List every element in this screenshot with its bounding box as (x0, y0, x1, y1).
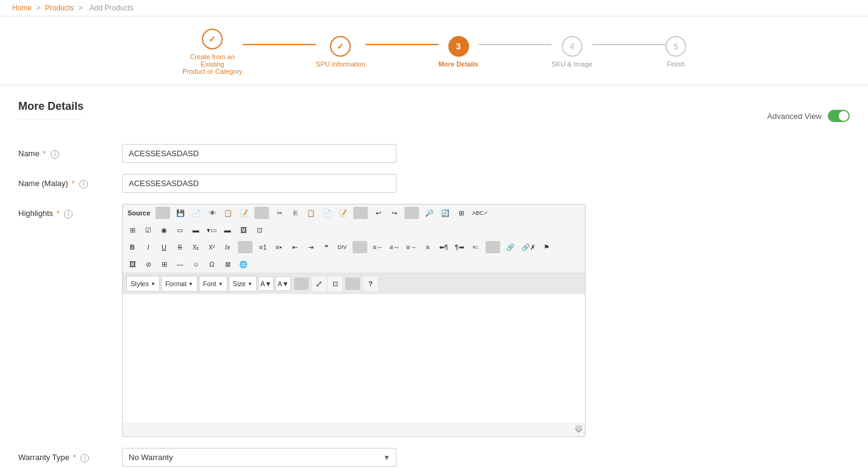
rte-flash-btn[interactable]: ⊘ (141, 257, 156, 272)
rte-undo-btn[interactable]: ↩ (371, 206, 386, 220)
rte-textfield-btn[interactable]: ▭ (173, 223, 187, 237)
rte-size-label: Size (233, 280, 246, 287)
rte-radio-btn[interactable]: ◉ (157, 223, 171, 237)
rte-copy-btn[interactable]: ⎘ (288, 206, 303, 220)
rte-align-right-btn[interactable]: ≡→ (404, 240, 419, 254)
rte-pagebreak-btn[interactable]: ⊠ (220, 257, 235, 272)
rte-superscript-btn[interactable]: X² (204, 240, 219, 254)
rte-size-select[interactable]: Size ▼ (229, 276, 257, 292)
rte-unorderedlist-btn[interactable]: ≡• (271, 240, 286, 254)
rte-paste-btn[interactable]: 📋 (304, 206, 318, 220)
rte-bold-btn[interactable]: B (125, 240, 140, 254)
rte-spellcheck-btn[interactable]: ⊞ (454, 206, 468, 220)
rte-format-arrow: ▼ (188, 281, 193, 287)
rte-align-justify-btn[interactable]: ≡ (420, 240, 435, 254)
name-malay-row: Name (Malay) * i (18, 174, 850, 193)
name-input[interactable] (122, 144, 396, 163)
rte-underline-btn[interactable]: U (157, 240, 171, 254)
rte-spellcheck2-btn[interactable]: ABC✓ (470, 206, 491, 220)
wizard-line-1 (243, 44, 316, 45)
rte-paste-word-btn[interactable]: 📝 (335, 206, 350, 220)
rte-image-btn[interactable]: 🖼 (125, 257, 140, 272)
rte-unlink-btn[interactable]: 🔗✗ (519, 240, 538, 254)
wizard-line-3 (478, 44, 551, 45)
rte-indent-btn[interactable]: ⇥ (303, 240, 318, 254)
rte-outdent-btn[interactable]: ⇤ (287, 240, 302, 254)
wizard-step-4: 4 SKU & Image (551, 36, 592, 68)
rte-imagebutton-btn[interactable]: 🖼 (236, 223, 251, 237)
wizard-step-3: 3 More Details (439, 36, 478, 68)
rte-table2-btn[interactable]: ⊞ (157, 257, 171, 272)
rte-bidi-rtl-btn[interactable]: ¶➡ (452, 240, 467, 254)
rte-preview-btn[interactable]: 👁 (205, 206, 220, 220)
rte-paste-text-btn[interactable]: 📄 (320, 206, 334, 220)
wizard-step-1-label: Create from an ExistingProduct or Catego… (182, 53, 243, 75)
name-malay-input[interactable] (122, 174, 396, 193)
rte-textcolor-btn[interactable]: A▼ (258, 276, 274, 291)
rte-smiley-btn[interactable]: ☺ (188, 257, 203, 272)
rte-cut-btn[interactable]: ✂ (272, 206, 287, 220)
warranty-info-icon: i (81, 454, 89, 463)
rte-help-btn[interactable]: ? (363, 276, 378, 291)
rte-language-btn[interactable]: ≡↕ (468, 240, 482, 254)
rte-font-select[interactable]: Font ▼ (199, 276, 228, 292)
rte-toolbar-row-2: ⊞ ☑ ◉ ▭ ▬ ▾▭ ▬ 🖼 ⊡ (123, 221, 585, 239)
highlights-label: Highlights * i (18, 204, 122, 218)
name-info-icon: i (51, 150, 59, 159)
rte-format-select[interactable]: Format ▼ (161, 276, 198, 292)
warranty-select[interactable]: No Warranty Warranty Provided Manufactur… (122, 448, 396, 467)
advanced-view-toggle[interactable] (828, 110, 850, 122)
rte-templates-btn[interactable]: 📋 (221, 206, 235, 220)
rte-redo-btn[interactable]: ↪ (387, 206, 401, 220)
name-row: Name * i (18, 144, 850, 163)
breadcrumb-home[interactable]: Home (12, 4, 32, 12)
rte-strike-btn[interactable]: S (173, 240, 187, 254)
rte-styles-arrow: ▼ (151, 281, 156, 287)
rich-text-editor: Source 💾 📄 👁 📋 📝 ✂ ⎘ 📋 📄 📝 ↩ ↪ (122, 204, 586, 437)
rte-removeformat-btn[interactable]: Ix (220, 240, 235, 254)
wizard-line-2 (365, 44, 439, 45)
rte-table-btn[interactable]: ⊞ (125, 223, 140, 237)
breadcrumb-products[interactable]: Products (45, 4, 74, 12)
rte-bidi-ltr-btn[interactable]: ⬅¶ (436, 240, 451, 254)
rte-toolbar-row-3: B I U S X₂ X² Ix ≡1 ≡• ⇤ ⇥ ❝ DIV ≡← ≡↔ (123, 239, 585, 256)
rte-hr-btn[interactable]: — (173, 257, 187, 272)
rte-special-btn[interactable]: Ω (204, 257, 219, 272)
section-title: More Details (18, 100, 84, 120)
rte-align-left-btn[interactable]: ≡← (370, 240, 386, 254)
rte-checkbox-btn[interactable]: ☑ (141, 223, 156, 237)
rte-save-btn[interactable]: 💾 (173, 206, 188, 220)
rte-blockquote-btn[interactable]: ❝ (319, 240, 334, 254)
rte-source-btn[interactable]: Source (125, 206, 152, 220)
breadcrumb: Home > Products > Add Products (0, 0, 868, 16)
rte-replace-btn[interactable]: 🔄 (438, 206, 453, 220)
wizard-step-4-label: SKU & Image (551, 60, 592, 68)
wizard-step-1-circle: ✓ (202, 29, 223, 49)
rte-align-center-btn[interactable]: ≡↔ (387, 240, 402, 254)
rte-styles-select[interactable]: Styles ▼ (126, 276, 160, 292)
rte-bgcolor-btn[interactable]: A▼ (275, 276, 291, 291)
rte-anchor-btn[interactable]: ⚑ (539, 240, 554, 254)
rte-hiddenfield-btn[interactable]: ⊡ (252, 223, 267, 237)
rte-textarea-btn[interactable]: ▬ (188, 223, 203, 237)
rte-resize-handle[interactable]: ⟱ (123, 422, 585, 436)
wizard-steps: ✓ Create from an ExistingProduct or Cate… (0, 16, 868, 85)
highlights-field: Source 💾 📄 👁 📋 📝 ✂ ⎘ 📋 📄 📝 ↩ ↪ (122, 204, 850, 437)
rte-subscript-btn[interactable]: X₂ (188, 240, 203, 254)
rte-select-btn2[interactable]: ▾▭ (204, 223, 219, 237)
rte-body[interactable] (123, 294, 585, 422)
rte-showblocks-btn[interactable]: ⊡ (328, 276, 342, 291)
rte-maximize-btn[interactable]: ⤢ (312, 276, 326, 291)
rte-orderedlist-btn[interactable]: ≡1 (256, 240, 270, 254)
rte-doc-btn[interactable]: 📝 (237, 206, 251, 220)
warranty-type-row: Warranty Type * i No Warranty Warranty P… (18, 448, 850, 467)
rte-link-btn[interactable]: 🔗 (503, 240, 518, 254)
rte-iframe-btn[interactable]: 🌐 (236, 257, 251, 272)
rte-find-btn[interactable]: 🔎 (422, 206, 437, 220)
rte-newpage-btn[interactable]: 📄 (189, 206, 204, 220)
rte-italic-btn[interactable]: I (141, 240, 156, 254)
name-malay-info-icon: i (79, 180, 88, 189)
rte-format-label: Format (165, 280, 187, 287)
rte-button-btn[interactable]: ▬ (220, 223, 235, 237)
rte-creatediv-btn[interactable]: DIV (335, 240, 350, 254)
